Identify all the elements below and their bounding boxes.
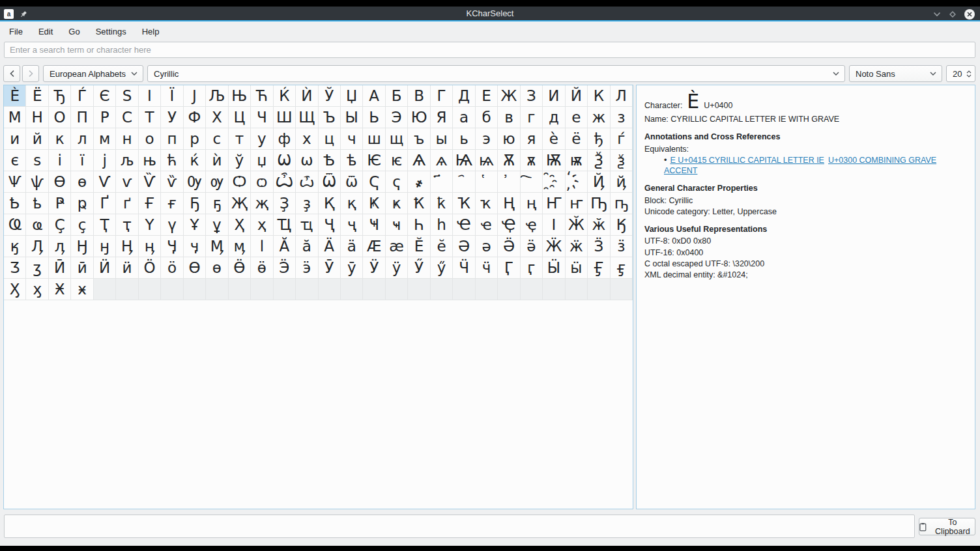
char-cell[interactable]: д [543, 107, 565, 128]
char-cell[interactable]: Қ [319, 193, 341, 214]
char-cell[interactable]: ү [161, 214, 183, 236]
char-cell[interactable]: А [363, 85, 385, 107]
char-cell[interactable]: Ӿ [49, 279, 71, 300]
char-cell[interactable]: Џ [341, 85, 363, 107]
char-cell[interactable]: қ [341, 193, 363, 214]
char-cell[interactable]: Ҁ [363, 171, 385, 193]
forward-button[interactable] [22, 65, 39, 82]
menu-item-help[interactable]: Help [134, 24, 167, 39]
char-cell[interactable]: ӥ [116, 257, 138, 279]
char-cell[interactable]: ӣ [71, 257, 93, 279]
char-cell[interactable]: ӛ [521, 236, 543, 257]
char-cell[interactable]: һ [431, 214, 453, 236]
char-cell[interactable]: Ҿ [498, 214, 520, 236]
char-cell[interactable]: ӄ [4, 236, 26, 257]
char-cell[interactable]: Һ [408, 214, 430, 236]
char-cell[interactable]: Ѕ [116, 85, 138, 107]
char-cell[interactable]: б [476, 107, 498, 128]
char-cell[interactable]: ө [206, 257, 228, 279]
char-cell[interactable]: ғ [161, 193, 183, 214]
char-cell[interactable]: Ӥ [94, 257, 116, 279]
char-cell[interactable]: ҉ [566, 171, 588, 193]
char-cell[interactable]: ҩ [26, 214, 48, 236]
char-cell[interactable]: Ӹ [543, 257, 565, 279]
menu-item-settings[interactable]: Settings [88, 24, 134, 39]
char-cell[interactable]: ћ [161, 150, 183, 171]
char-cell[interactable]: ѷ [161, 171, 183, 193]
char-cell[interactable]: е [566, 107, 588, 128]
char-cell[interactable]: ҆ [498, 171, 520, 193]
char-cell[interactable]: ѡ [296, 150, 318, 171]
char-cell[interactable]: ӓ [341, 236, 363, 257]
char-cell[interactable]: ӎ [229, 236, 251, 257]
char-cell[interactable]: ь [453, 128, 475, 150]
char-cell[interactable]: ѭ [566, 150, 588, 171]
char-cell[interactable]: Ҫ [49, 214, 71, 236]
char-cell[interactable]: ч [341, 128, 363, 150]
char-cell[interactable]: Ѻ [229, 171, 251, 193]
char-cell[interactable]: І [139, 85, 161, 107]
char-cell[interactable]: Ӗ [408, 236, 430, 257]
char-cell[interactable]: ҵ [296, 214, 318, 236]
category-select[interactable]: European Alphabets [43, 65, 143, 82]
char-cell[interactable]: Ҋ [588, 171, 610, 193]
char-cell[interactable]: О [49, 107, 71, 128]
char-cell[interactable]: Ҏ [49, 193, 71, 214]
char-cell[interactable]: Ҟ [408, 193, 430, 214]
close-icon[interactable] [964, 9, 975, 20]
char-cell[interactable]: Ъ [319, 107, 341, 128]
char-cell[interactable]: и [4, 128, 26, 150]
char-cell[interactable]: ы [431, 128, 453, 150]
char-cell[interactable]: ҷ [341, 214, 363, 236]
char-cell[interactable]: ѯ [611, 150, 633, 171]
char-cell[interactable]: Ѝ [296, 85, 318, 107]
char-cell[interactable]: Ӟ [588, 236, 610, 257]
char-cell[interactable]: ґ [116, 193, 138, 214]
char-cell[interactable]: Ј [184, 85, 206, 107]
char-cell[interactable]: Ӕ [363, 236, 385, 257]
char-cell[interactable]: ҈ [543, 171, 565, 193]
char-cell[interactable]: Ѱ [4, 171, 26, 193]
char-cell[interactable]: у [251, 128, 273, 150]
result-text-field[interactable] [4, 515, 915, 538]
char-cell[interactable]: Ѓ [71, 85, 93, 107]
char-cell[interactable]: ї [71, 150, 93, 171]
char-cell[interactable]: Ә [453, 236, 475, 257]
char-cell[interactable]: Њ [229, 85, 251, 107]
char-cell[interactable]: Ӏ [543, 214, 565, 236]
char-cell[interactable]: ѻ [251, 171, 273, 193]
char-cell[interactable]: з [611, 107, 633, 128]
char-cell[interactable]: ӌ [184, 236, 206, 257]
char-cell[interactable]: Ҽ [453, 214, 475, 236]
char-cell[interactable]: Ш [274, 107, 296, 128]
char-cell[interactable]: Ф [184, 107, 206, 128]
char-cell[interactable]: Ӡ [4, 257, 26, 279]
char-cell[interactable]: Ӝ [543, 236, 565, 257]
char-cell[interactable]: Ѣ [319, 150, 341, 171]
char-cell[interactable]: в [498, 107, 520, 128]
char-cell[interactable]: Ѵ [94, 171, 116, 193]
char-cell[interactable]: Ќ [274, 85, 296, 107]
char-cell[interactable]: ҫ [71, 214, 93, 236]
spinner-arrows[interactable] [966, 70, 972, 78]
char-cell[interactable]: Ӭ [274, 257, 296, 279]
char-cell[interactable]: ӆ [49, 236, 71, 257]
maximize-icon[interactable] [949, 10, 957, 18]
char-cell[interactable]: Ӯ [319, 257, 341, 279]
char-cell[interactable]: Ү [139, 214, 161, 236]
char-cell[interactable]: њ [139, 150, 161, 171]
char-cell[interactable]: ъ [408, 128, 430, 150]
char-cell[interactable]: Є [94, 85, 116, 107]
char-cell[interactable]: Ю [408, 107, 430, 128]
block-select[interactable]: Cyrillic [147, 65, 845, 82]
char-cell[interactable]: Ӌ [161, 236, 183, 257]
back-button[interactable] [3, 65, 20, 82]
char-cell[interactable]: ѓ [611, 128, 633, 150]
char-cell[interactable]: ҁ [386, 171, 408, 193]
char-cell[interactable]: Ў [319, 85, 341, 107]
char-cell[interactable]: И [543, 85, 565, 107]
char-cell[interactable]: ӂ [588, 214, 610, 236]
char-cell[interactable]: ѳ [71, 171, 93, 193]
char-cell[interactable]: џ [251, 150, 273, 171]
char-cell[interactable]: Ҧ [588, 193, 610, 214]
